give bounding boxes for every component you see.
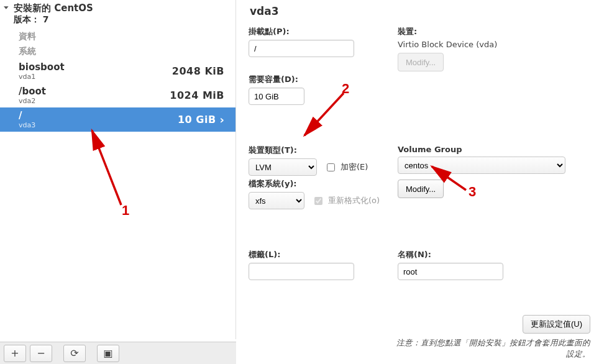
install-target-header[interactable]: ▼ 安裝新的 CentOS: [0, 0, 235, 14]
mountpoint-input[interactable]: [249, 40, 354, 57]
partition-tree-panel: ▼ 安裝新的 CentOS 版本： 7 資料 系統 biosboot vda1 …: [0, 0, 236, 339]
footer-note-line1: 注意：直到您點選「開始安裝」按鈕才會套用此畫面的: [396, 338, 590, 347]
device-value: Virtio Block Device (vda): [398, 40, 572, 49]
reformat-label: 重新格式化(o): [328, 195, 380, 206]
category-data: 資料: [0, 29, 235, 44]
mountpoint-label: 掛載點(P):: [249, 26, 385, 37]
device-type-select[interactable]: LVM: [249, 158, 317, 176]
partition-name: biosboot: [19, 61, 65, 73]
category-system: 系統: [0, 44, 235, 59]
partition-dev: vda1: [19, 73, 65, 81]
reformat-checkbox: [314, 197, 322, 205]
install-version-line: 版本： 7: [0, 14, 235, 29]
encrypt-label: 加密(E): [341, 162, 368, 173]
partition-row-boot[interactable]: /boot vda2 1024 MiB: [0, 83, 235, 107]
toolbar-divider: [89, 345, 93, 362]
device-type-label: 裝置類型(T):: [249, 145, 385, 156]
desired-capacity-input[interactable]: [249, 88, 304, 105]
remove-partition-button[interactable]: −: [30, 345, 52, 362]
add-partition-button[interactable]: +: [4, 345, 26, 362]
partition-size: 2048 KiB: [172, 65, 224, 77]
partition-size: 1024 MiB: [170, 89, 224, 101]
filesystem-select[interactable]: xfs: [249, 192, 304, 209]
partition-row-biosboot[interactable]: biosboot vda1 2048 KiB: [0, 59, 235, 83]
toolbar-divider: [56, 345, 60, 362]
partition-dev: vda2: [19, 97, 46, 105]
annotation-number-1: 1: [122, 202, 129, 219]
footer: 更新設定值(U) 注意：直到您點選「開始安裝」按鈕才會套用此畫面的 設定。: [396, 315, 590, 359]
disclosure-triangle-icon[interactable]: ▼: [4, 5, 9, 9]
modify-device-button: Modify...: [398, 53, 444, 71]
device-label: 裝置:: [398, 26, 572, 37]
install-target-title: 安裝新的 CentOS: [14, 2, 93, 14]
label-label: 標籤(L):: [249, 249, 385, 260]
modify-vg-button[interactable]: Modify...: [398, 180, 444, 198]
label-input[interactable]: [249, 263, 354, 280]
partition-name: /: [19, 110, 35, 121]
footer-note-line2: 設定。: [566, 349, 590, 358]
volume-group-label: Volume Group: [398, 145, 572, 154]
refresh-button[interactable]: ⟳: [63, 345, 86, 362]
details-title: vda3: [250, 5, 585, 17]
volume-group-select[interactable]: centos: [398, 157, 565, 174]
chevron-right-icon: ›: [220, 113, 224, 126]
partition-toolbar: + − ⟳ ▣: [0, 342, 236, 364]
update-settings-button[interactable]: 更新設定值(U): [523, 315, 590, 334]
partition-size: 10 GiB: [178, 114, 216, 125]
partition-row-root[interactable]: / vda3 10 GiB ›: [0, 107, 235, 132]
encrypt-checkbox[interactable]: [327, 163, 335, 171]
annotation-number-3: 3: [469, 184, 476, 200]
help-button[interactable]: ▣: [97, 345, 119, 362]
annotation-number-2: 2: [342, 81, 349, 97]
partition-dev: vda3: [19, 121, 35, 129]
partition-name: /boot: [19, 86, 46, 97]
name-input[interactable]: [398, 263, 503, 280]
name-label: 名稱(N):: [398, 249, 572, 260]
partition-details-panel: vda3 掛載點(P): 裝置: Virtio Block Device (vd…: [244, 0, 592, 364]
desired-capacity-label: 需要容量(D):: [249, 74, 385, 85]
filesystem-label: 檔案系統(y):: [249, 178, 385, 189]
